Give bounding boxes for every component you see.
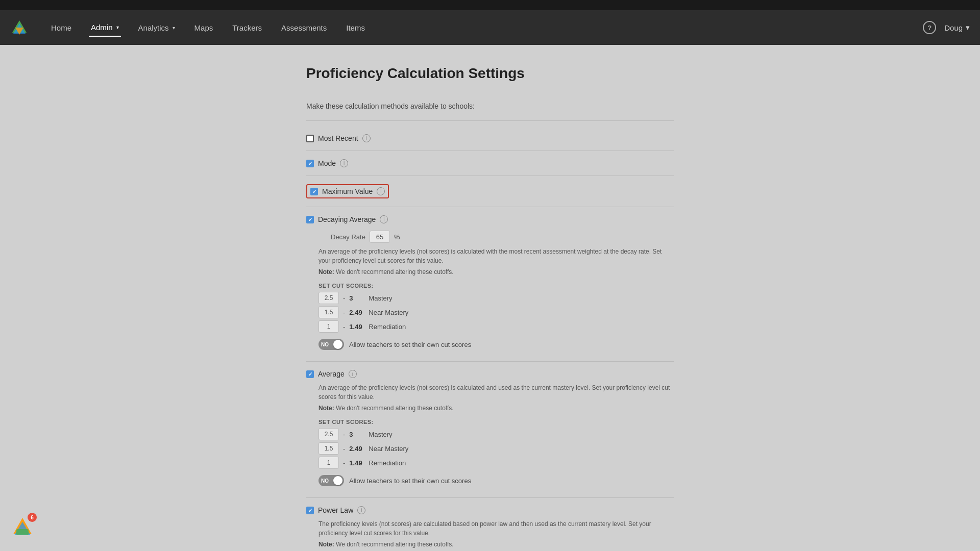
setting-row-most-recent: Most Recent i (306, 126, 674, 151)
average-checkbox[interactable] (306, 370, 314, 378)
remediation-from-input[interactable] (318, 320, 339, 333)
nav-item-items[interactable]: Items (344, 19, 367, 36)
near-mastery-from-input[interactable] (318, 306, 339, 318)
setting-row-decaying-average: Decaying Average i Decay Rate % An avera… (306, 207, 674, 362)
power-law-info-icon[interactable]: i (357, 506, 365, 514)
decay-rate-input[interactable] (370, 231, 390, 243)
nav-item-trackers[interactable]: Trackers (230, 19, 264, 36)
mastery-from-input[interactable] (318, 292, 339, 304)
decay-rate-unit: % (394, 233, 400, 241)
help-button[interactable]: ? (923, 21, 936, 34)
mode-row-inner: Mode i (306, 156, 674, 170)
average-note2-bold: Note: (318, 405, 334, 412)
setting-row-maximum-value: Maximum Value i (306, 176, 674, 207)
average-toggle[interactable]: NO (318, 475, 344, 486)
average-info-icon[interactable]: i (349, 370, 357, 378)
nav-item-analytics[interactable]: Analytics ▾ (136, 19, 177, 36)
page-title: Proficiency Calculation Settings (306, 65, 674, 82)
navbar-logo[interactable] (10, 18, 29, 37)
maximum-value-row-inner: Maximum Value i (306, 181, 674, 202)
decaying-average-cut-scores: SET CUT SCORES: - 3 Mastery - 2.49 Near … (318, 283, 674, 333)
cut-score-row-remediation: - 1.49 Remediation (318, 320, 674, 333)
decay-rate-label: Decay Rate (331, 233, 365, 241)
maximum-value-label: Maximum Value (322, 187, 373, 195)
most-recent-info-icon[interactable]: i (362, 134, 371, 142)
power-law-details: The proficiency levels (not scores) are … (318, 519, 674, 549)
setting-row-mode: Mode i (306, 151, 674, 176)
maximum-value-highlight: Maximum Value i (306, 184, 389, 198)
decaying-average-details: Decay Rate % An average of the proficien… (318, 231, 674, 350)
decaying-average-row-inner: Decaying Average i (306, 212, 674, 227)
svg-rect-5 (16, 529, 29, 535)
logo-badge: 6 (10, 515, 35, 541)
setting-row-average: Average i An average of the proficiency … (306, 362, 674, 498)
cut-score-row-mastery: - 3 Mastery (318, 292, 674, 304)
power-law-note1: The proficiency levels (not scores) are … (318, 519, 674, 538)
most-recent-label: Most Recent (318, 134, 358, 142)
section-description: Make these calculation methods available… (306, 102, 674, 110)
power-law-row-inner: Power Law i (306, 503, 674, 517)
most-recent-checkbox[interactable] (306, 135, 314, 142)
avg-toggle-knob (333, 476, 342, 485)
avg-near-mastery-from-input[interactable] (318, 442, 339, 455)
power-law-checkbox[interactable] (306, 507, 314, 514)
average-label: Average (318, 370, 345, 378)
user-menu[interactable]: Doug ▾ (944, 23, 970, 32)
top-divider (306, 120, 674, 121)
power-law-note2-bold: Note: (318, 541, 334, 548)
decaying-average-toggle-row: NO Allow teachers to set their own cut s… (318, 339, 674, 350)
setting-row-power-law: Power Law i The proficiency levels (not … (306, 498, 674, 551)
decaying-average-toggle[interactable]: NO (318, 339, 344, 350)
average-cut-scores-label: SET CUT SCORES: (318, 419, 674, 425)
average-note2: Note: We don't recommend altering these … (318, 404, 674, 413)
admin-chevron-icon: ▾ (116, 24, 119, 30)
mode-label: Mode (318, 159, 336, 167)
nav-item-admin[interactable]: Admin ▾ (89, 19, 121, 37)
nav-item-maps[interactable]: Maps (192, 19, 215, 36)
average-cut-scores: SET CUT SCORES: - 3 Mastery - 2.49 Near … (318, 419, 674, 469)
avg-cut-score-row-near-mastery: - 2.49 Near Mastery (318, 442, 674, 455)
avg-toggle-no-label: NO (321, 478, 329, 484)
analytics-chevron-icon: ▾ (173, 25, 175, 31)
average-toggle-text: Allow teachers to set their own cut scor… (349, 477, 471, 485)
decaying-average-info-icon[interactable]: i (380, 215, 388, 223)
note2-bold: Note: (318, 268, 334, 276)
navbar-right: ? Doug ▾ (923, 21, 970, 34)
decaying-average-toggle-text: Allow teachers to set their own cut scor… (349, 341, 471, 348)
mode-info-icon[interactable]: i (340, 159, 348, 167)
nav-item-home[interactable]: Home (49, 19, 74, 36)
main-content: Proficiency Calculation Settings Make th… (0, 45, 980, 551)
decaying-average-checkbox[interactable] (306, 216, 314, 223)
avg-mastery-from-input[interactable] (318, 428, 339, 440)
user-chevron-icon: ▾ (966, 23, 970, 32)
maximum-value-checkbox[interactable] (310, 188, 318, 195)
maximum-value-info-icon[interactable]: i (377, 187, 385, 195)
navbar: Home Admin ▾ Analytics ▾ Maps Trackers A… (0, 10, 980, 45)
decaying-average-label: Decaying Average (318, 215, 376, 223)
decaying-average-note1: An average of the proficiency levels (no… (318, 247, 674, 265)
mode-checkbox[interactable] (306, 160, 314, 167)
avg-cut-score-row-remediation: - 1.49 Remediation (318, 457, 674, 469)
bottom-logo[interactable]: 6 (10, 515, 35, 541)
average-details: An average of the proficiency levels (no… (318, 383, 674, 486)
top-bar (0, 0, 980, 10)
most-recent-row-inner: Most Recent i (306, 131, 674, 145)
average-note1: An average of the proficiency levels (no… (318, 383, 674, 402)
navbar-left: Home Admin ▾ Analytics ▾ Maps Trackers A… (10, 18, 367, 37)
decaying-average-note2: Note: We don't recommend altering these … (318, 267, 674, 277)
power-law-label: Power Law (318, 506, 353, 514)
notification-badge: 6 (28, 513, 37, 522)
nav-item-assessments[interactable]: Assessments (279, 19, 329, 36)
content-wrapper: Proficiency Calculation Settings Make th… (296, 65, 684, 551)
cut-score-row-near-mastery: - 2.49 Near Mastery (318, 306, 674, 318)
toggle-knob (333, 340, 342, 349)
average-row-inner: Average i (306, 367, 674, 381)
toggle-no-label: NO (321, 342, 329, 347)
avg-cut-score-row-mastery: - 3 Mastery (318, 428, 674, 440)
decay-rate-row: Decay Rate % (331, 231, 674, 243)
avg-remediation-from-input[interactable] (318, 457, 339, 469)
average-toggle-row: NO Allow teachers to set their own cut s… (318, 475, 674, 486)
cut-scores-label: SET CUT SCORES: (318, 283, 674, 289)
power-law-note2: Note: We don't recommend altering these … (318, 540, 674, 549)
